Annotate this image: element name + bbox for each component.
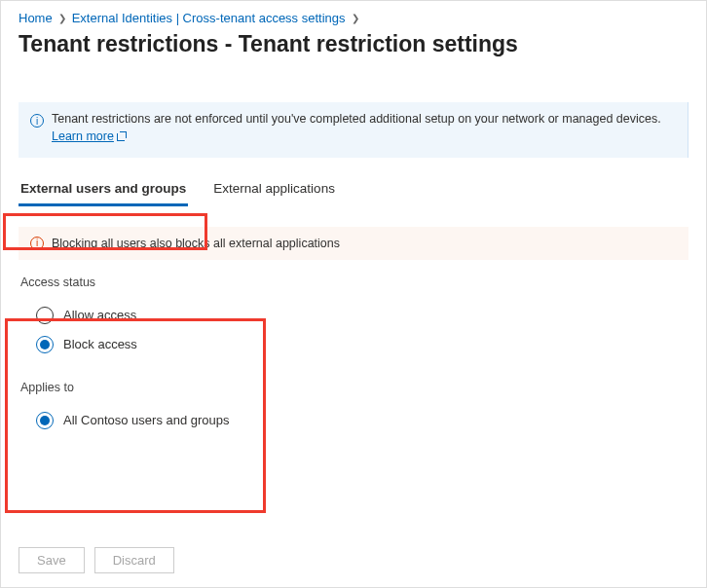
radio-block-label: Block access <box>63 337 137 351</box>
radio-icon <box>36 307 54 324</box>
tab-external-users[interactable]: External users and groups <box>19 175 188 206</box>
info-banner: i Tenant restrictions are not enforced u… <box>19 102 688 158</box>
button-bar: Save Discard <box>19 547 174 573</box>
chevron-right-icon: ❯ <box>58 13 66 23</box>
page-title: Tenant restrictions - Tenant restriction… <box>1 29 706 67</box>
radio-allow-access[interactable]: Allow access <box>1 301 706 330</box>
learn-more-link[interactable]: Learn more <box>52 126 127 148</box>
tab-bar: External users and groups External appli… <box>1 175 706 205</box>
radio-icon <box>36 336 54 353</box>
radio-all-contoso-label: All Contoso users and groups <box>63 413 230 427</box>
warning-banner-text: Blocking all users also blocks all exter… <box>52 237 340 250</box>
chevron-right-icon: ❯ <box>352 13 359 23</box>
radio-block-access[interactable]: Block access <box>1 330 706 359</box>
radio-allow-label: Allow access <box>63 308 136 322</box>
access-status-label: Access status <box>1 276 706 289</box>
info-banner-text: Tenant restrictions are not enforced unt… <box>52 112 661 126</box>
radio-all-contoso[interactable]: All Contoso users and groups <box>1 406 706 435</box>
external-link-icon <box>117 131 127 141</box>
warning-icon: i <box>30 237 44 250</box>
discard-button[interactable]: Discard <box>94 547 174 573</box>
breadcrumb: Home ❯ External Identities | Cross-tenan… <box>1 1 706 29</box>
save-button[interactable]: Save <box>19 547 85 573</box>
breadcrumb-home[interactable]: Home <box>19 11 53 25</box>
tab-external-applications[interactable]: External applications <box>211 175 337 205</box>
breadcrumb-external-identities[interactable]: External Identities | Cross-tenant acces… <box>72 11 346 25</box>
info-icon: i <box>30 114 44 128</box>
radio-icon <box>36 412 54 429</box>
applies-to-label: Applies to <box>1 381 706 394</box>
warning-banner: i Blocking all users also blocks all ext… <box>19 227 688 260</box>
